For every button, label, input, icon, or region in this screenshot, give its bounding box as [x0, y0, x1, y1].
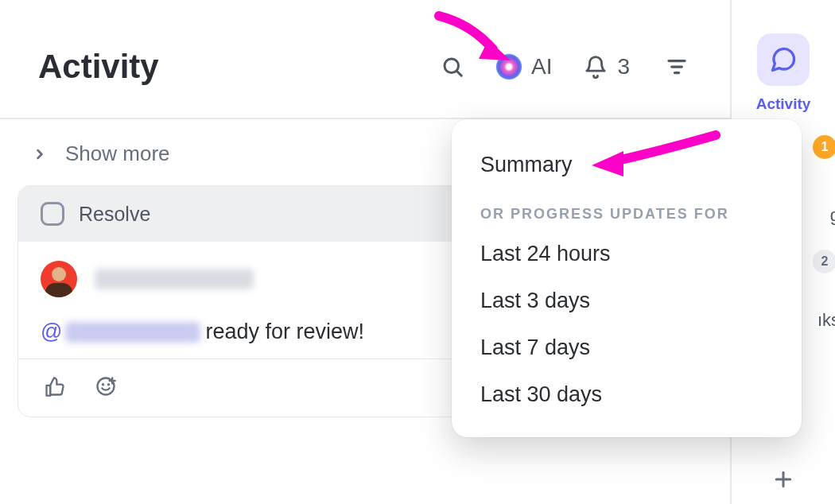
- like-button[interactable]: [41, 372, 69, 401]
- resolve-label: Resolve: [79, 203, 150, 226]
- notifications-button[interactable]: 3: [581, 51, 633, 83]
- thumbs-up-icon: [44, 375, 66, 397]
- rail-cut-text-1: g: [830, 205, 835, 226]
- search-icon: [441, 55, 464, 79]
- comment-body: ready for review!: [205, 320, 364, 344]
- search-button[interactable]: [437, 52, 468, 82]
- plus-icon: [771, 467, 795, 491]
- rail-cut-text-2: ıks: [818, 310, 835, 331]
- dropdown-item-30d[interactable]: Last 30 days: [452, 371, 802, 418]
- mention-name-redacted: [65, 322, 200, 343]
- rail-add-row: [732, 464, 835, 494]
- chevron-right-icon: [32, 146, 48, 162]
- dropdown-item-3d[interactable]: Last 3 days: [452, 277, 802, 324]
- activity-rail-button[interactable]: [757, 33, 810, 86]
- chat-icon: [769, 45, 798, 74]
- dropdown-heading: OR PROGRESS UPDATES FOR: [452, 188, 802, 231]
- activity-header: Activity AI 3: [0, 0, 730, 119]
- filter-icon: [665, 55, 689, 79]
- header-actions: AI 3: [437, 51, 692, 83]
- rail-pill[interactable]: 2: [813, 250, 835, 273]
- emoji-plus-icon: [95, 375, 117, 397]
- ai-label: AI: [531, 54, 552, 79]
- svg-point-6: [103, 384, 103, 385]
- dropdown-item-24h[interactable]: Last 24 hours: [452, 231, 802, 277]
- author-name-redacted: [95, 269, 254, 289]
- avatar[interactable]: [41, 261, 77, 297]
- ai-dropdown: Summary OR PROGRESS UPDATES FOR Last 24 …: [452, 119, 802, 437]
- ai-icon: [496, 54, 522, 79]
- mention[interactable]: @: [41, 320, 205, 344]
- mention-at: @: [41, 320, 62, 344]
- ai-button[interactable]: AI: [496, 54, 552, 79]
- svg-point-7: [108, 384, 109, 385]
- rail-badge[interactable]: 1: [813, 135, 835, 159]
- bell-icon: [584, 55, 608, 79]
- dropdown-item-7d[interactable]: Last 7 days: [452, 324, 802, 371]
- svg-line-1: [456, 71, 461, 76]
- page-title: Activity: [38, 48, 159, 86]
- add-reaction-button[interactable]: [91, 372, 120, 401]
- resolve-checkbox[interactable]: [41, 202, 64, 226]
- filter-button[interactable]: [662, 52, 692, 82]
- dropdown-item-summary[interactable]: Summary: [452, 142, 802, 188]
- show-more-label: Show more: [65, 142, 170, 166]
- notifications-count: 3: [617, 54, 630, 79]
- activity-rail-label: Activity: [756, 95, 811, 113]
- add-button[interactable]: [768, 464, 798, 494]
